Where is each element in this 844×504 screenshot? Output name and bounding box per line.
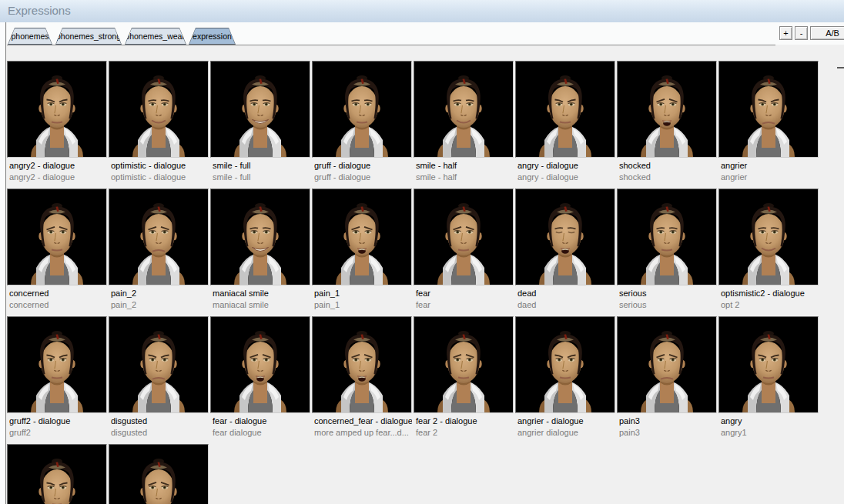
expression-description: concerned: [7, 300, 107, 310]
tab-phonemes-strong[interactable]: phonemes_strong: [55, 28, 122, 45]
expression-thumbnail[interactable]: [617, 316, 717, 413]
tab-baseline: [7, 45, 775, 45]
face-image: [211, 317, 310, 412]
expression-cell[interactable]: pain_2 pain_2: [109, 189, 209, 316]
expression-thumbnail[interactable]: [515, 189, 615, 285]
expression-cell[interactable]: dead daed: [515, 189, 615, 316]
expression-description: gruff - dialogue: [312, 172, 412, 182]
tab-expression[interactable]: expression: [189, 28, 236, 45]
expression-cell[interactable]: concerned_fear - dialogue more amped up …: [312, 316, 412, 444]
expression-cell[interactable]: angry angry1: [718, 316, 819, 444]
expression-description: gruff2: [7, 428, 107, 438]
expression-thumbnail[interactable]: [312, 189, 412, 285]
window-titlebar[interactable]: Expressions: [0, 0, 844, 22]
face-image: [618, 317, 716, 412]
expression-cell[interactable]: fear - dialogue fear dialogue: [210, 316, 310, 444]
face-image: [516, 317, 615, 412]
expression-cell[interactable]: gruff2 - dialogue gruff2: [7, 316, 107, 444]
expression-thumbnail[interactable]: [414, 61, 514, 158]
expression-thumbnail[interactable]: [312, 316, 412, 413]
expression-thumbnail[interactable]: [617, 189, 717, 285]
face-image: [719, 189, 818, 285]
expression-thumbnail[interactable]: [515, 316, 615, 413]
expression-thumbnail[interactable]: [7, 444, 107, 504]
expression-cell[interactable]: fear fear: [414, 189, 514, 316]
tab-phonemes[interactable]: phonemes: [8, 28, 52, 45]
expression-thumbnail[interactable]: [210, 61, 310, 158]
face-image: [313, 317, 411, 412]
expression-thumbnail[interactable]: [718, 61, 819, 158]
expression-name: angry2 - dialogue: [7, 161, 107, 171]
expression-cell[interactable]: gruff - dialogue gruff - dialogue: [312, 61, 412, 189]
face-image: [8, 62, 106, 157]
expression-description: angry2 - dialogue: [7, 172, 107, 182]
zoom-in-button[interactable]: +: [779, 26, 792, 40]
expression-thumbnail[interactable]: [210, 189, 310, 285]
expression-cell[interactable]: pain_1 pain_1: [312, 189, 412, 316]
expression-cell[interactable]: fear 2 - dialogue fear 2: [414, 316, 514, 444]
expression-cell[interactable]: pain3 pain3: [617, 316, 717, 444]
expression-thumbnail[interactable]: [7, 189, 107, 285]
expression-cell[interactable]: optimistic - dialogue optimistic - dialo…: [109, 61, 209, 189]
expression-thumbnail[interactable]: [7, 316, 107, 413]
expression-cell[interactable]: smile - half smile - half: [414, 61, 514, 189]
expression-description: serious: [617, 300, 717, 310]
expression-thumbnail[interactable]: [718, 189, 819, 285]
expression-description: pain_1: [312, 300, 412, 310]
expression-thumbnail[interactable]: [718, 316, 819, 413]
expression-description: angry - dialogue: [515, 172, 615, 182]
expression-description: shocked: [617, 172, 717, 182]
expression-thumbnail[interactable]: [109, 316, 209, 413]
expression-thumbnail[interactable]: [109, 189, 209, 285]
expression-thumbnail[interactable]: [109, 61, 209, 158]
expression-thumbnail[interactable]: [515, 61, 615, 158]
ab-compare-button[interactable]: A/B: [810, 26, 844, 40]
face-image: [313, 62, 411, 157]
expression-name: optismistic2 - dialogue: [718, 289, 819, 299]
expression-cell[interactable]: smile - full smile - full: [210, 61, 310, 189]
expression-name: smile - half: [414, 161, 514, 171]
expression-thumbnail[interactable]: [312, 61, 412, 158]
expression-thumbnail[interactable]: [7, 61, 107, 158]
expression-cell[interactable]: [7, 444, 107, 504]
expression-cell[interactable]: shocked shocked: [617, 61, 717, 189]
expression-cell[interactable]: optismistic2 - dialogue opt 2: [718, 189, 819, 316]
expression-cell[interactable]: maniacal smile maniacal smile: [210, 189, 310, 316]
expression-thumbnail[interactable]: [617, 61, 717, 158]
tab-label: phonemes_strong: [55, 28, 122, 45]
expression-name: gruff2 - dialogue: [7, 416, 107, 426]
expression-name: dead: [515, 289, 615, 299]
expression-description: opt 2: [718, 300, 819, 310]
expression-cell[interactable]: disgusted disgusted: [109, 316, 209, 444]
expression-name: fear: [414, 289, 514, 299]
zoom-out-button[interactable]: -: [795, 26, 808, 40]
face-image: [109, 62, 208, 157]
expression-cell[interactable]: [109, 444, 209, 504]
expression-name: angry - dialogue: [515, 161, 615, 171]
expression-name: pain_1: [312, 289, 412, 299]
expression-name: fear 2 - dialogue: [414, 416, 514, 426]
tab-phonemes-weak[interactable]: phonemes_weak: [125, 28, 186, 45]
expression-cell[interactable]: angry2 - dialogue angry2 - dialogue: [7, 61, 107, 189]
expression-name: pain_2: [109, 289, 209, 299]
expression-description: more amped up fear...d...: [312, 428, 412, 438]
expression-name: smile - full: [210, 161, 310, 171]
expression-thumbnail[interactable]: [109, 444, 209, 504]
expression-cell[interactable]: angry - dialogue angry - dialogue: [515, 61, 615, 189]
tab-label: expression: [189, 28, 236, 45]
tab-label: phonemes_weak: [125, 28, 186, 45]
expression-cell[interactable]: concerned concerned: [7, 189, 107, 316]
expression-thumbnail[interactable]: [210, 316, 310, 413]
face-image: [8, 317, 106, 412]
expression-description: angrier dialogue: [515, 428, 615, 438]
face-image: [109, 445, 208, 504]
face-image: [109, 317, 208, 412]
face-image: [211, 62, 310, 157]
expression-thumbnail[interactable]: [414, 316, 514, 413]
expression-cell[interactable]: serious serious: [617, 189, 717, 316]
expression-cell[interactable]: angrier angrier: [718, 61, 819, 189]
expression-cell[interactable]: angrier - dialogue angrier dialogue: [515, 316, 615, 444]
expression-name: serious: [617, 289, 717, 299]
face-image: [719, 317, 818, 412]
expression-thumbnail[interactable]: [414, 189, 514, 285]
